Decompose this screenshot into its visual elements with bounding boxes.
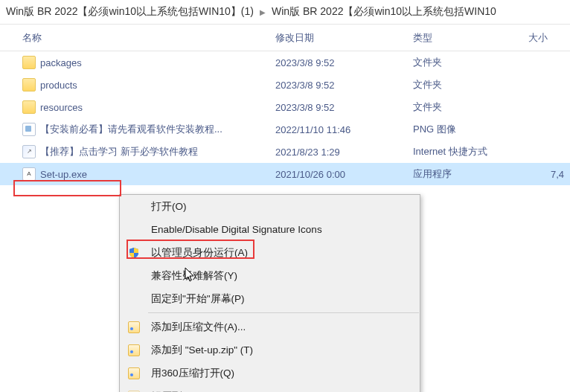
- archive-icon: [127, 321, 141, 334]
- column-headers: 名称 修改日期 类型 大小: [0, 25, 570, 51]
- breadcrumb-item[interactable]: Win版 BR 2022【必须win10以上系统包括WIN10: [272, 5, 496, 19]
- image-file-icon: [22, 123, 36, 136]
- menu-add-zip[interactable]: 添加到压缩文件(A)...: [120, 315, 420, 338]
- folder-icon: [22, 100, 36, 114]
- column-name[interactable]: 名称: [0, 31, 275, 45]
- menu-add-setup-zip[interactable]: 添加到 "Set-up.zip" (T): [120, 338, 420, 362]
- archive-icon: [127, 390, 141, 393]
- menu-open-360zip[interactable]: 用360压缩打开(Q): [120, 362, 420, 385]
- folder-icon: [22, 78, 36, 91]
- menu-separator: [148, 312, 419, 313]
- breadcrumb[interactable]: Win版 BR 2022【必须win10以上系统包括WIN10】(1) ▶ Wi…: [0, 0, 570, 24]
- column-size[interactable]: 大小: [528, 31, 570, 45]
- exe-file-icon: A: [22, 167, 36, 181]
- file-list: packages 2023/3/8 9:52 文件夹 products 2023…: [0, 51, 570, 185]
- folder-icon: [22, 56, 36, 69]
- menu-extract[interactable]: 解压到(F): [120, 385, 420, 392]
- context-menu: 打开(O) Enable/Disable Digital Signature I…: [119, 194, 420, 392]
- menu-pin-start[interactable]: 固定到"开始"屏幕(P): [120, 287, 420, 310]
- list-item[interactable]: packages 2023/3/8 9:52 文件夹: [0, 51, 570, 74]
- list-item[interactable]: ↗【推荐】点击学习 新手必学软件教程 2021/8/23 1:29 Intern…: [0, 141, 570, 163]
- menu-compat[interactable]: 兼容性疑难解答(Y): [120, 264, 420, 287]
- list-item[interactable]: products 2023/3/8 9:52 文件夹: [0, 74, 570, 96]
- link-file-icon: ↗: [22, 145, 36, 158]
- breadcrumb-item[interactable]: Win版 BR 2022【必须win10以上系统包括WIN10】(1): [6, 5, 254, 19]
- column-type[interactable]: 类型: [413, 31, 528, 45]
- menu-run-as-admin[interactable]: 以管理员身份运行(A): [120, 241, 420, 264]
- menu-signature-icons[interactable]: Enable/Disable Digital Signature Icons: [120, 218, 420, 241]
- column-date[interactable]: 修改日期: [275, 31, 413, 45]
- list-item[interactable]: resources 2023/3/8 9:52 文件夹: [0, 96, 570, 118]
- shield-icon: [127, 246, 141, 260]
- list-item[interactable]: 【安装前必看】请先看观看软件安装教程... 2022/11/10 11:46 P…: [0, 118, 570, 141]
- list-item-selected[interactable]: ASet-up.exe 2021/10/26 0:00 应用程序 7,4: [0, 163, 570, 185]
- chevron-right-icon: ▶: [260, 8, 266, 16]
- menu-open[interactable]: 打开(O): [120, 195, 420, 218]
- archive-icon: [127, 344, 141, 357]
- archive-icon: [127, 367, 141, 380]
